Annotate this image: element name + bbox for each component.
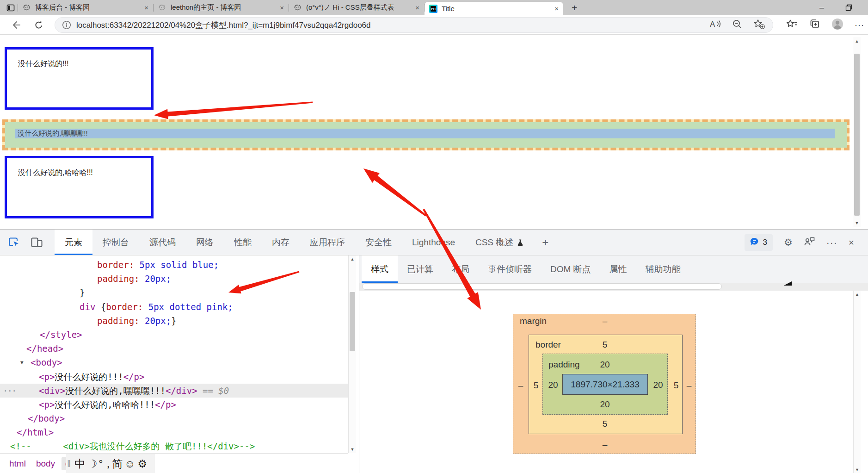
styles-tab-styles[interactable]: 样式 <box>362 255 398 283</box>
box-model-border-right[interactable]: 5 <box>674 380 679 391</box>
code-line[interactable]: border: 5px solid blue; <box>0 258 348 272</box>
box-model-padding-top[interactable]: 20 <box>600 360 609 370</box>
avatar[interactable] <box>831 18 843 32</box>
read-aloud-icon[interactable]: A <box>709 19 721 31</box>
devtools-tab-performance[interactable]: 性能 <box>224 230 262 255</box>
browser-tab[interactable]: PCTitle× <box>425 2 563 15</box>
browser-tab[interactable]: 博客后台 - 博客园× <box>18 0 153 15</box>
styles-tab-layout[interactable]: 布局 <box>443 255 479 283</box>
box-model-padding-right[interactable]: 20 <box>653 380 663 390</box>
scrollbar-thumb[interactable] <box>854 54 860 216</box>
settings-gear-icon[interactable]: ⚙ <box>784 237 793 248</box>
scroll-up-icon[interactable]: ▲ <box>853 39 861 44</box>
devtools-more-icon[interactable]: ··· <box>826 237 837 248</box>
code-line[interactable]: </head> <box>0 342 348 355</box>
ime-icon-2[interactable]: °， <box>98 457 111 471</box>
ime-icon-1[interactable]: ☽ <box>86 458 98 470</box>
browser-tab[interactable]: (o°v°)ノ Hi - CSS层叠样式表× <box>289 0 424 15</box>
box-model-margin-left[interactable]: – <box>518 380 523 391</box>
box-model-border-bottom[interactable]: 5 <box>603 419 608 429</box>
box-model-content-box[interactable]: 1897.730×21.333 <box>562 374 648 395</box>
code-line[interactable]: </style> <box>0 328 348 342</box>
inspect-element-icon[interactable] <box>7 236 20 250</box>
code-line[interactable]: ···<div>没什么好说的,嘿嘿嘿!!!</div> == $0 <box>0 384 348 398</box>
code-line[interactable]: } <box>0 286 348 299</box>
box-model-border-left[interactable]: 5 <box>534 380 539 391</box>
devtools-tab-network[interactable]: 网络 <box>186 230 224 255</box>
new-tab-button[interactable]: + <box>572 2 577 13</box>
favorites-bar-icon[interactable] <box>786 19 798 31</box>
box-model-margin-bottom[interactable]: – <box>603 440 608 450</box>
devtools-tab-security[interactable]: 安全性 <box>355 230 402 255</box>
feedback-icon[interactable] <box>804 236 815 249</box>
breadcrumb-item-html[interactable]: html <box>6 457 30 470</box>
styles-scrollbar[interactable]: ▲ ▼ <box>853 291 861 473</box>
more-menu-icon[interactable]: ··· <box>855 20 864 30</box>
collections-icon[interactable] <box>809 19 820 31</box>
code-line[interactable]: div {border: 5px dotted pink; <box>0 300 348 314</box>
code-line[interactable]: <!-- <div>我也没什么好多的 散了吧!!!</div>--> <box>0 439 348 453</box>
site-info-icon[interactable] <box>62 20 72 30</box>
page-scrollbar[interactable]: ▲ ▼ <box>853 37 861 227</box>
code-line[interactable]: <p>没什么好说的,哈哈哈!!!</p> <box>0 398 348 411</box>
scrollbar-thumb[interactable] <box>350 292 355 351</box>
code-line[interactable]: padding: 20px; <box>0 272 348 286</box>
issues-badge[interactable]: 3 <box>745 234 772 251</box>
ime-icon-0[interactable]: 中 <box>74 457 86 471</box>
address-bar[interactable]: localhost:63342/20221202/04%20盒子模型.html?… <box>55 17 773 33</box>
favorite-add-icon[interactable] <box>753 19 765 31</box>
box-model-padding-bottom[interactable]: 20 <box>600 399 609 410</box>
zoom-out-icon[interactable] <box>732 19 743 31</box>
styles-tab-event-listeners[interactable]: 事件侦听器 <box>479 255 541 283</box>
styles-tab-properties[interactable]: 属性 <box>600 255 636 283</box>
scroll-up-icon[interactable]: ▲ <box>854 292 861 297</box>
box-model-border-box[interactable]: border 5 5 5 5 padding 20 20 20 20 1897.… <box>529 335 683 434</box>
box-model-padding-left[interactable]: 20 <box>548 380 558 390</box>
devtools-tab-application[interactable]: 应用程序 <box>300 230 355 255</box>
tab-close-button[interactable]: × <box>144 4 148 12</box>
ime-icon-3[interactable]: 简 <box>111 457 123 471</box>
box-model-border-top[interactable]: 5 <box>603 340 608 350</box>
scroll-up-icon[interactable]: ▲ <box>349 257 356 261</box>
devtools-tab-memory[interactable]: 内存 <box>262 230 300 255</box>
disclosure-arrow-icon[interactable]: ▼ <box>20 356 24 370</box>
breadcrumb-item-body[interactable]: body <box>32 457 59 470</box>
device-toolbar-icon[interactable] <box>31 236 43 250</box>
ime-icon-5[interactable]: ⚙ <box>136 458 148 470</box>
window-restore-button[interactable] <box>837 0 860 15</box>
tab-close-button[interactable]: × <box>554 5 559 12</box>
url-text[interactable]: localhost:63342/20221202/04%20盒子模型.html?… <box>76 20 709 31</box>
code-line[interactable]: padding: 20px;} <box>0 314 348 328</box>
devtools-add-tab-button[interactable]: + <box>534 230 557 255</box>
code-line[interactable]: <p>没什么好说的!!!</p> <box>0 370 348 384</box>
styles-tab-accessibility[interactable]: 辅助功能 <box>636 255 690 283</box>
ime-icon-4[interactable]: ☺ <box>123 458 136 470</box>
box-model-diagram[interactable]: margin – – – – border 5 5 5 5 padding 20… <box>513 314 696 454</box>
tab-close-button[interactable]: × <box>280 4 284 12</box>
devtools-tab-elements[interactable]: 元素 <box>55 230 92 255</box>
code-line[interactable]: ▼<body> <box>0 355 348 369</box>
back-icon[interactable] <box>10 19 22 32</box>
elements-scrollbar[interactable]: ▲ ▼ <box>348 255 356 453</box>
code-line[interactable]: </html> <box>0 425 348 439</box>
window-minimize-button[interactable]: – <box>810 0 833 15</box>
devtools-tab-css-overview[interactable]: CSS 概述 <box>465 230 534 255</box>
scroll-down-icon[interactable]: ▼ <box>854 467 861 472</box>
box-model-margin-right[interactable]: – <box>687 380 692 391</box>
devtools-tab-sources[interactable]: 源代码 <box>139 230 186 255</box>
tab-actions-icon[interactable] <box>4 0 18 15</box>
scrollbar-thumb[interactable] <box>362 283 722 290</box>
tab-close-button[interactable]: × <box>415 4 419 12</box>
devtools-tab-lighthouse[interactable]: Lighthouse <box>402 230 465 255</box>
box-model-padding-box[interactable]: padding 20 20 20 20 1897.730×21.333 <box>542 354 668 415</box>
devtools-tab-console[interactable]: 控制台 <box>92 230 139 255</box>
devtools-close-icon[interactable]: × <box>849 237 854 248</box>
styles-tab-computed[interactable]: 已计算 <box>398 255 443 283</box>
styles-horizontal-scrollbar[interactable] <box>359 283 868 291</box>
styles-tab-dom-breakpoints[interactable]: DOM 断点 <box>541 255 600 283</box>
box-model-margin-top[interactable]: – <box>603 316 608 326</box>
scroll-down-icon[interactable]: ▼ <box>349 447 356 452</box>
scroll-down-icon[interactable]: ▼ <box>853 221 861 225</box>
code-line[interactable]: </body> <box>0 411 348 425</box>
browser-tab[interactable]: leethon的主页 - 博客园× <box>154 0 289 15</box>
